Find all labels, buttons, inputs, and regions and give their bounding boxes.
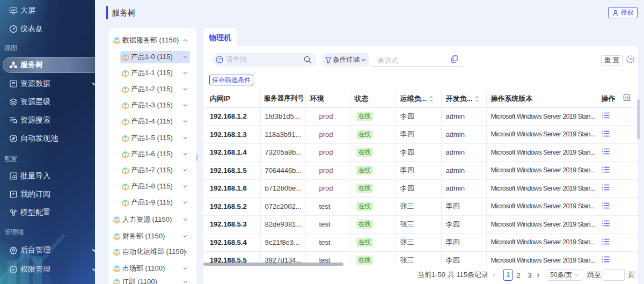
svg-text:?: ? xyxy=(218,57,221,62)
svg-text:?: ? xyxy=(629,56,632,62)
